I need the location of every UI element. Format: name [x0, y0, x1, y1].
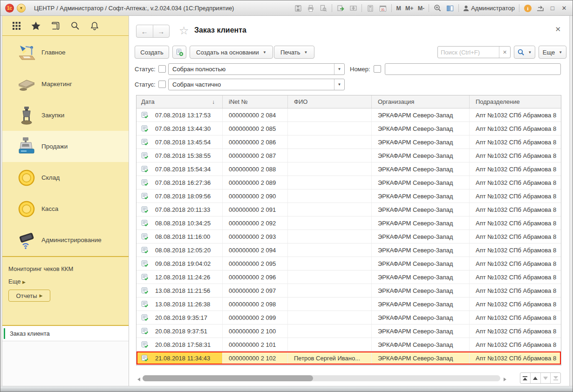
cell-division[interactable]: Апт №1032 СПб Абрамова 8: [470, 351, 561, 365]
cell-fio[interactable]: [288, 149, 372, 162]
go-to-first-button[interactable]: [520, 373, 531, 383]
cell-fio[interactable]: [288, 108, 372, 122]
sidebar-item-marketing[interactable]: Маркетинг: [2, 68, 129, 100]
cell-date[interactable]: 07.08.2018 15:54:34: [136, 162, 223, 176]
calendar-icon[interactable]: 31: [379, 4, 387, 13]
cell-fio[interactable]: [288, 324, 372, 338]
cell-division[interactable]: Апт №1032 СПб Абрамова 8: [470, 338, 561, 351]
cell-inet[interactable]: 000000000 2 090: [223, 189, 288, 203]
cell-date[interactable]: 20.08.2018 9:35:17: [136, 311, 223, 324]
previous-page-button[interactable]: [531, 373, 541, 383]
cell-inet[interactable]: 000000000 2 089: [223, 176, 288, 189]
history-scroll-icon[interactable]: [51, 21, 60, 30]
cell-fio[interactable]: [288, 122, 372, 135]
table-row[interactable]: 07.08.2018 15:38:55 000000000 2 087 ЭРКА…: [136, 149, 561, 162]
cell-org[interactable]: ЭРКАФАРМ Северо-Запад: [372, 122, 470, 135]
cell-inet[interactable]: 000000000 2 087: [223, 149, 288, 162]
cell-inet[interactable]: 000000000 2 096: [223, 270, 288, 284]
table-row[interactable]: 13.08.2018 11:21:56 000000000 2 097 ЭРКА…: [136, 284, 561, 297]
cell-division[interactable]: Апт №1032 СПб Абрамова 8: [470, 270, 561, 284]
horizontal-scrollbar-thumb[interactable]: [143, 375, 313, 381]
print-preview-icon[interactable]: [319, 4, 327, 13]
cell-org[interactable]: ЭРКАФАРМ Северо-Запад: [372, 351, 470, 365]
sidebar-more-link[interactable]: Еще ▶: [8, 278, 26, 285]
cell-division[interactable]: Апт №1032 СПб Абрамова 8: [470, 311, 561, 324]
cell-org[interactable]: ЭРКАФАРМ Северо-Запад: [372, 216, 470, 230]
cell-fio[interactable]: [288, 270, 372, 284]
sidebar-item-administrirovanie[interactable]: Администрирование: [2, 224, 129, 256]
table-row[interactable]: 13.08.2018 11:26:38 000000000 2 098 ЭРКА…: [136, 297, 561, 311]
cell-date[interactable]: 07.08.2018 16:27:36: [136, 176, 223, 189]
scroll-left-arrow[interactable]: [137, 376, 141, 383]
status-filter-checkbox-2[interactable]: [158, 81, 166, 88]
cell-fio[interactable]: [288, 284, 372, 297]
sidebar-item-zakupki[interactable]: Закупки: [2, 100, 129, 131]
cell-division[interactable]: Апт №1032 СПб Абрамова 8: [470, 162, 561, 176]
table-row[interactable]: 07.08.2018 18:09:56 000000000 2 090 ЭРКА…: [136, 189, 561, 203]
cell-division[interactable]: Апт №1032 СПб Абрамова 8: [470, 257, 561, 270]
save-icon[interactable]: [294, 4, 302, 13]
cell-org[interactable]: ЭРКАФАРМ Северо-Запад: [372, 189, 470, 203]
info-icon[interactable]: i: [524, 4, 532, 13]
cell-org[interactable]: ЭРКАФАРМ Северо-Запад: [372, 257, 470, 270]
cell-date[interactable]: 13.08.2018 11:21:56: [136, 284, 223, 297]
create-based-on-button[interactable]: Создать на основании▼: [190, 46, 273, 59]
create-button[interactable]: Создать: [135, 46, 169, 59]
column-header-fio[interactable]: ФИО: [288, 95, 372, 108]
cell-inet[interactable]: 000000000 2 095: [223, 257, 288, 270]
number-filter-input[interactable]: [385, 63, 561, 75]
cell-fio[interactable]: [288, 203, 372, 216]
column-header-division[interactable]: Подразделение: [470, 95, 561, 108]
print-icon[interactable]: [307, 4, 315, 13]
cell-fio[interactable]: [288, 311, 372, 324]
table-row[interactable]: 20.08.2018 9:37:51 000000000 2 100 ЭРКАФ…: [136, 324, 561, 338]
table-row[interactable]: 08.08.2018 11:16:00 000000000 2 093 ЭРКА…: [136, 230, 561, 243]
memory-recall-button[interactable]: M: [396, 5, 401, 12]
cell-fio[interactable]: [288, 243, 372, 257]
main-menu-button[interactable]: ▼: [17, 4, 26, 13]
cell-date[interactable]: 08.08.2018 11:16:00: [136, 230, 223, 243]
number-filter-checkbox[interactable]: [374, 65, 381, 73]
cell-date[interactable]: 21.08.2018 11:34:43: [136, 351, 223, 365]
print-button[interactable]: Печать▼: [274, 46, 314, 59]
next-page-button[interactable]: [541, 373, 551, 383]
table-row[interactable]: 07.08.2018 13:44:30 000000000 2 085 ЭРКА…: [136, 122, 561, 135]
scroll-right-arrow[interactable]: [503, 376, 507, 383]
combo-dropdown-icon[interactable]: ▼: [334, 79, 344, 90]
cell-division[interactable]: Апт №1032 СПб Абрамова 8: [470, 135, 561, 149]
notifications-bell-icon[interactable]: [90, 21, 99, 30]
cell-org[interactable]: ЭРКАФАРМ Северо-Запад: [372, 230, 470, 243]
cell-date[interactable]: 07.08.2018 18:09:56: [136, 189, 223, 203]
table-row[interactable]: 21.08.2018 11:34:43 000000000 2 102 Петр…: [136, 351, 561, 365]
table-row[interactable]: 07.08.2018 15:54:34 000000000 2 088 ЭРКА…: [136, 162, 561, 176]
cell-inet[interactable]: 000000000 2 098: [223, 297, 288, 311]
back-button[interactable]: ←: [136, 25, 153, 37]
cell-division[interactable]: Апт №1032 СПб Абрамова 8: [470, 297, 561, 311]
cell-org[interactable]: ЭРКАФАРМ Северо-Запад: [372, 135, 470, 149]
follow-link-icon[interactable]: [336, 4, 345, 13]
cell-org[interactable]: ЭРКАФАРМ Северо-Запад: [372, 284, 470, 297]
cell-division[interactable]: Апт №1032 СПб Абрамова 8: [470, 189, 561, 203]
cell-inet[interactable]: 000000000 2 094: [223, 243, 288, 257]
column-header-inet[interactable]: iNet №: [223, 95, 288, 108]
cell-date[interactable]: 08.08.2018 10:34:25: [136, 216, 223, 230]
zoom-icon[interactable]: [433, 4, 442, 13]
cell-fio[interactable]: [288, 135, 372, 149]
cell-inet[interactable]: 000000000 2 092: [223, 216, 288, 230]
cell-inet[interactable]: 000000000 2 091: [223, 203, 288, 216]
table-row[interactable]: 09.08.2018 19:04:02 000000000 2 095 ЭРКА…: [136, 257, 561, 270]
cell-date[interactable]: 07.08.2018 13:17:53: [136, 108, 223, 122]
search-button[interactable]: ▼: [514, 46, 535, 59]
clear-search-icon[interactable]: ✕: [499, 47, 510, 58]
status-filter-checkbox-1[interactable]: [158, 65, 166, 73]
cell-inet[interactable]: 000000000 2 101: [223, 338, 288, 351]
cell-date[interactable]: 13.08.2018 11:26:38: [136, 297, 223, 311]
cell-date[interactable]: 07.08.2018 20:11:33: [136, 203, 223, 216]
column-header-date[interactable]: Дата↓: [136, 95, 223, 108]
cell-date[interactable]: 07.08.2018 13:44:30: [136, 122, 223, 135]
cell-inet[interactable]: 000000000 2 085: [223, 122, 288, 135]
sidebar-item-prodazhi[interactable]: Продажи: [2, 131, 129, 162]
cell-fio[interactable]: [288, 338, 372, 351]
cell-division[interactable]: Апт №1032 СПб Абрамова 8: [470, 203, 561, 216]
table-row[interactable]: 12.08.2018 11:24:26 000000000 2 096 ЭРКА…: [136, 270, 561, 284]
